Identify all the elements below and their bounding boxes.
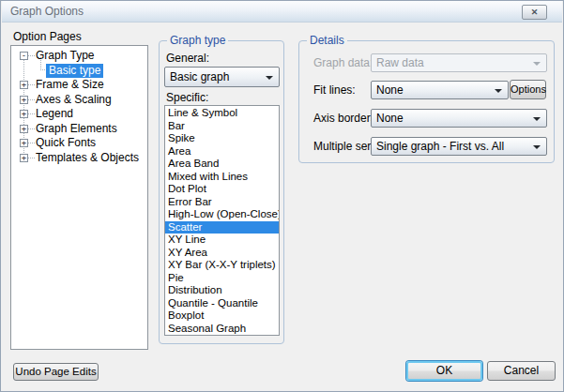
- multiple-series-dropdown[interactable]: Single graph - First vs. All: [371, 137, 547, 156]
- general-label: General:: [166, 52, 209, 65]
- expand-icon[interactable]: +: [20, 125, 28, 133]
- list-item[interactable]: XY Line: [165, 234, 279, 247]
- tree-item-graph-elements[interactable]: + Graph Elements: [11, 122, 147, 136]
- cancel-button[interactable]: Cancel: [487, 361, 556, 381]
- list-item[interactable]: Pie: [165, 272, 279, 285]
- list-item[interactable]: High-Low (Open-Close): [165, 208, 279, 221]
- tree-item-templates-objects[interactable]: + Templates & Objects: [11, 151, 147, 165]
- expand-icon[interactable]: +: [20, 154, 28, 162]
- expand-icon[interactable]: +: [20, 96, 28, 104]
- list-item[interactable]: Area Band: [165, 158, 279, 171]
- collapse-icon[interactable]: -: [20, 52, 28, 60]
- chevron-down-icon: [266, 76, 273, 80]
- list-item[interactable]: Dot Plot: [165, 183, 279, 196]
- graph-data-value: Raw data: [376, 56, 424, 69]
- list-item[interactable]: Boxplot: [165, 309, 279, 323]
- list-item[interactable]: Seasonal Graph: [165, 323, 279, 336]
- chevron-down-icon: [533, 62, 541, 66]
- list-item[interactable]: Area: [165, 145, 279, 158]
- list-item[interactable]: Bar: [165, 120, 279, 133]
- list-item[interactable]: Line & Symbol: [165, 107, 279, 120]
- list-item[interactable]: Distribution: [165, 284, 279, 297]
- title-bar[interactable]: Graph Options ✕: [2, 1, 562, 23]
- axis-borders-dropdown[interactable]: None: [371, 109, 547, 128]
- details-group: Details Graph data: Raw data Fit lines: …: [298, 40, 555, 163]
- ok-button[interactable]: OK: [406, 361, 482, 381]
- chevron-down-icon: [533, 117, 541, 121]
- tree-item-label[interactable]: Frame & Size: [36, 78, 104, 92]
- multiple-series-value: Single graph - First vs. All: [376, 140, 504, 153]
- window-title: Graph Options: [10, 1, 84, 23]
- tree-item-legend[interactable]: + Legend: [11, 107, 147, 121]
- graph-options-dialog: Graph Options ✕ Option Pages - Graph Typ…: [0, 0, 564, 392]
- expand-icon[interactable]: +: [20, 81, 28, 89]
- list-item[interactable]: Quantile - Quantile: [165, 297, 279, 310]
- list-item-scatter-selected[interactable]: Scatter: [165, 221, 279, 234]
- option-pages-label: Option Pages: [13, 30, 82, 43]
- tree-item-frame-size[interactable]: + Frame & Size: [11, 78, 147, 92]
- graph-data-dropdown: Raw data: [371, 53, 547, 72]
- list-item[interactable]: XY Area: [165, 247, 279, 260]
- tree-item-graph-type[interactable]: - Graph Type: [11, 49, 147, 63]
- tree-item-label[interactable]: Templates & Objects: [36, 151, 139, 165]
- expand-icon[interactable]: +: [20, 139, 28, 147]
- specific-graph-list: Line & Symbol Bar Spike Area Area Band M…: [164, 105, 280, 336]
- tree-item-quick-fonts[interactable]: + Quick Fonts: [11, 136, 147, 150]
- option-pages-tree: - Graph Type Basic type + Frame & Size +…: [10, 45, 148, 350]
- chevron-down-icon: [533, 145, 541, 149]
- chevron-down-icon: [495, 89, 502, 93]
- specific-label: Specific:: [166, 91, 208, 104]
- general-graph-value: Basic graph: [170, 70, 229, 83]
- expand-icon[interactable]: +: [20, 110, 28, 118]
- details-group-title: Details: [307, 34, 347, 47]
- graph-data-label: Graph data:: [313, 53, 373, 72]
- tree-item-label[interactable]: Graph Elements: [36, 122, 117, 136]
- close-icon[interactable]: ✕: [522, 5, 547, 20]
- general-graph-dropdown[interactable]: Basic graph: [164, 67, 280, 87]
- list-item[interactable]: Spike: [165, 132, 279, 145]
- tree-item-label-selected[interactable]: Basic type: [46, 64, 103, 78]
- tree-item-axes-scaling[interactable]: + Axes & Scaling: [11, 93, 147, 107]
- list-item[interactable]: Error Bar: [165, 196, 279, 209]
- fit-lines-value: None: [376, 83, 404, 97]
- tree-item-label[interactable]: Quick Fonts: [36, 136, 96, 150]
- tree-item-label[interactable]: Axes & Scaling: [36, 93, 112, 107]
- fit-lines-label: Fit lines:: [313, 81, 356, 99]
- list-item[interactable]: XY Bar (X-X-Y triplets): [165, 259, 279, 272]
- list-item[interactable]: Mixed with Lines: [165, 171, 279, 184]
- fit-lines-dropdown[interactable]: None: [371, 81, 509, 99]
- tree-item-label[interactable]: Legend: [36, 107, 73, 121]
- undo-page-edits-button[interactable]: Undo Page Edits: [13, 363, 99, 381]
- tree-item-label[interactable]: Graph Type: [36, 49, 94, 63]
- options-button[interactable]: Options: [510, 80, 546, 99]
- axis-borders-value: None: [376, 112, 404, 125]
- graph-type-group-title: Graph type: [167, 34, 228, 47]
- axis-borders-label: Axis borders:: [313, 109, 379, 128]
- tree-item-basic-type[interactable]: Basic type: [11, 64, 147, 78]
